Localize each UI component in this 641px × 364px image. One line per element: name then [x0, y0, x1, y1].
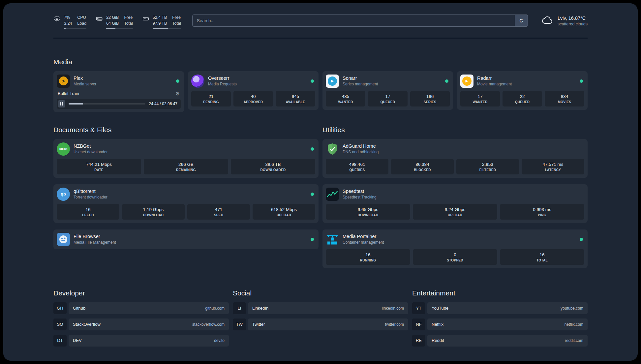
bookmark-twitter[interactable]: TW Twitter twitter.com	[233, 318, 408, 330]
stat-wanted: 485 WANTED	[326, 91, 365, 106]
stat-label: LATENCY	[523, 168, 583, 172]
stat-value: 618.52 Mbps	[254, 207, 314, 212]
stat-value: 16	[58, 207, 118, 212]
bookmark-url: youtube.com	[561, 306, 583, 311]
stat-value: 16	[501, 252, 583, 257]
bookmark-group-developer: Developer GH Github github.com SO StackO…	[53, 289, 229, 351]
radarr-play-glyph: ▶	[466, 79, 468, 83]
stat-value: 9.65 Gbps	[327, 207, 409, 212]
stat-blocked: 86,384 BLOCKED	[391, 159, 454, 174]
service-card-filebrowser[interactable]: File Browser Media File Management	[53, 229, 319, 249]
stat-approved: 40 APPROVED	[233, 91, 273, 106]
stat-value: 834	[546, 94, 583, 99]
stat-value: 945	[277, 94, 314, 99]
stat-label: REMAINING	[145, 168, 227, 172]
qbittorrent-icon: qb	[57, 188, 70, 201]
service-name: qBittorrent	[74, 189, 107, 194]
bookmark-url: linkedin.com	[382, 306, 404, 311]
service-card-nzbget[interactable]: nzbget NZBGet Usenet downloader 744.21 M…	[53, 139, 319, 178]
stat-value: 16	[327, 252, 409, 257]
stat-label: RATE	[58, 168, 140, 172]
stat-upload: 618.52 Mbps UPLOAD	[253, 204, 315, 220]
service-card-plex[interactable]: > Plex Media server Bullet Train ⚙	[53, 71, 184, 112]
bookmark-name: Twitter	[252, 322, 265, 327]
stat-label: APPROVED	[235, 100, 272, 104]
stat-value: 9.24 Gbps	[414, 207, 496, 212]
service-description: Media File Management	[74, 240, 116, 245]
service-name: NZBGet	[74, 143, 107, 149]
stat-value: 1.19 Gbps	[123, 207, 183, 212]
disk-free-label: Free	[172, 15, 181, 20]
bookmark-stackoverflow[interactable]: SO StackOverflow stackoverflow.com	[53, 318, 229, 330]
bookmark-abbr: DT	[53, 335, 67, 347]
topbar-divider	[53, 38, 588, 38]
bookmark-github[interactable]: GH Github github.com	[53, 302, 229, 314]
stat-value: 40	[235, 94, 272, 99]
bookmark-netflix[interactable]: NF Netflix netflix.com	[412, 318, 588, 330]
service-card-qbittorrent[interactable]: qb qBittorrent Torrent downloader 16 LEE…	[53, 184, 319, 223]
stat-label: PENDING	[193, 100, 229, 104]
stat-value: 86,384	[392, 162, 452, 167]
stat-label: WANTED	[462, 100, 499, 104]
bookmark-linkedin[interactable]: LI LinkedIn linkedin.com	[233, 302, 408, 314]
disk-free-value: 52.4 TB	[153, 15, 167, 20]
stat-label: WANTED	[327, 100, 364, 104]
service-card-speedtest[interactable]: Speedtest Speedtest Tracking 9.65 Gbps D…	[322, 184, 588, 223]
service-name: Speedtest	[343, 189, 377, 194]
bookmark-name: DEV	[73, 338, 82, 343]
bookmark-name: Netflix	[432, 322, 443, 327]
stat-label: LEECH	[58, 213, 118, 217]
bookmark-dev[interactable]: DT DEV dev.to	[53, 335, 229, 347]
stat-label: QUEUED	[369, 100, 406, 104]
stat-queries: 498,461 QUERIES	[326, 159, 388, 174]
stat-value: 21	[193, 94, 229, 99]
stat-label: DOWNLOAD	[123, 213, 183, 217]
service-description: Torrent downloader	[74, 195, 107, 199]
gear-icon[interactable]: ⚙	[175, 91, 180, 97]
disk-usage-bar	[153, 28, 181, 29]
playback-progress-bar[interactable]	[69, 103, 145, 105]
bookmark-name: Reddit	[432, 338, 444, 343]
stat-label: DOWNLOAD	[327, 213, 409, 217]
stat-label: RUNNING	[327, 258, 409, 262]
service-description: Usenet downloader	[74, 150, 107, 154]
stat-total: 16 TOTAL	[500, 249, 584, 265]
stat-label: QUERIES	[327, 168, 387, 172]
bookmark-group-title: Developer	[53, 289, 229, 297]
disk-total-label: Total	[172, 21, 181, 26]
section-title-documents: Documents & Files	[53, 126, 319, 134]
bookmark-youtube[interactable]: YT YouTube youtube.com	[412, 302, 588, 314]
service-card-sonarr[interactable]: ▶ Sonarr Series management 485 WANTED	[322, 71, 453, 110]
status-dot	[311, 147, 314, 151]
service-card-adguard[interactable]: AdGuard Home DNS and adblocking 498,461 …	[322, 139, 588, 178]
stat-series: 196 SERIES	[410, 91, 450, 106]
stat-downloaded: 39.6 TB DOWNLOADED	[231, 159, 315, 174]
search-input[interactable]	[192, 15, 528, 27]
bookmark-reddit[interactable]: RE Reddit reddit.com	[412, 335, 588, 347]
service-description: Media server	[74, 82, 96, 86]
status-dot	[580, 238, 583, 241]
bookmark-group-social: Social LI LinkedIn linkedin.com TW Twitt…	[233, 289, 408, 335]
stat-label: QUEUED	[504, 100, 541, 104]
service-card-portainer[interactable]: Media Portainer Container management 16 …	[322, 229, 588, 268]
stat-value: 266 GB	[145, 162, 227, 167]
stat-label: UPLOAD	[414, 213, 496, 217]
memory-usage-bar-fill	[106, 28, 115, 29]
search-provider-button[interactable]: G	[515, 15, 528, 27]
cpu-label: CPU	[77, 15, 86, 20]
system-metrics: 7% CPU 3.24 Load 22 GiB	[53, 15, 181, 29]
service-card-radarr[interactable]: ▶ Radarr Movie management 17 WANTED	[457, 71, 588, 110]
stat-label: MOVIES	[546, 100, 583, 104]
cpu-metric: 7% CPU 3.24 Load	[53, 15, 86, 29]
search-bar: G	[192, 15, 528, 27]
stat-download: 9.65 Gbps DOWNLOAD	[326, 204, 410, 220]
cpu-usage-bar	[64, 28, 86, 29]
plex-icon: >	[57, 75, 70, 88]
stat-label: TOTAL	[501, 258, 583, 262]
pause-button[interactable]	[58, 100, 65, 107]
stat-queued: 17 QUEUED	[368, 91, 408, 106]
plex-now-playing: Bullet Train ⚙ 24:44 / 02:06:47	[57, 91, 181, 109]
service-description: Media Requests	[208, 82, 237, 86]
bookmark-name: Github	[73, 306, 85, 311]
service-card-overseerr[interactable]: Overseerr Media Requests 21 PENDING 40 A…	[188, 71, 319, 110]
